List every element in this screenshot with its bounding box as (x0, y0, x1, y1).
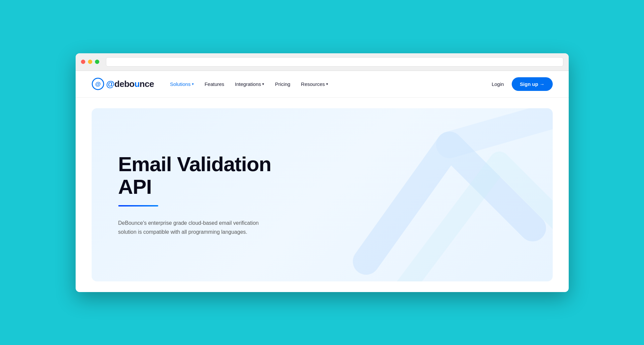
chevron-down-icon: ▾ (262, 82, 264, 86)
nav-item-solutions[interactable]: Solutions ▾ (170, 81, 194, 87)
svg-text:@: @ (95, 81, 101, 87)
hero-description: DeBounce's enterprise grade cloud-based … (118, 218, 278, 236)
logo-text: @debounce (106, 79, 154, 89)
browser-window: @ @debounce Solutions ▾ Features Integra… (76, 53, 569, 292)
browser-chrome (76, 53, 569, 71)
nav-item-features[interactable]: Features (205, 81, 224, 87)
login-button[interactable]: Login (492, 81, 504, 87)
traffic-light-yellow[interactable] (88, 60, 92, 64)
hero-underline (118, 205, 158, 206)
chevron-down-icon: ▾ (192, 82, 194, 86)
nav-item-integrations[interactable]: Integrations ▾ (235, 81, 264, 87)
nav-actions: Login Sign up → (492, 77, 553, 91)
logo[interactable]: @ @debounce (92, 78, 154, 90)
nav-item-resources[interactable]: Resources ▾ (301, 81, 328, 87)
hero-section: Email Validation API DeBounce's enterpri… (92, 108, 553, 281)
hero-background-decoration (333, 108, 553, 281)
traffic-light-green[interactable] (95, 60, 99, 64)
traffic-light-red[interactable] (81, 60, 85, 64)
signup-button[interactable]: Sign up → (512, 77, 552, 91)
hero-title: Email Validation API (118, 153, 305, 198)
logo-icon: @ (92, 78, 104, 90)
nav-links: Solutions ▾ Features Integrations ▾ Pric… (170, 81, 491, 87)
chevron-down-icon: ▾ (326, 82, 328, 86)
nav-item-pricing[interactable]: Pricing (275, 81, 290, 87)
hero-content: Email Validation API DeBounce's enterpri… (118, 153, 305, 236)
address-bar[interactable] (106, 57, 563, 67)
navbar: @ @debounce Solutions ▾ Features Integra… (76, 71, 569, 98)
